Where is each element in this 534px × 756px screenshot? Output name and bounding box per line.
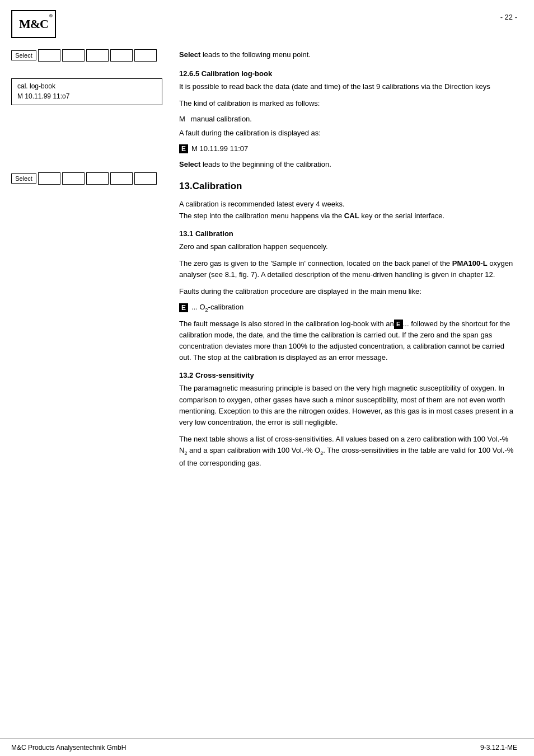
- select-bold-2: Select: [179, 160, 200, 168]
- fault-value: M 10.11.99 11:07: [191, 144, 248, 153]
- page-number: - 22 -: [500, 13, 517, 21]
- btn-empty-7: [62, 172, 85, 185]
- section-13-intro2-before: The step into the calibration menu happe…: [179, 212, 344, 220]
- footer-doc-number: 9-3.12.1-ME: [480, 744, 517, 752]
- fault-label: A fault during the calibration is displa…: [179, 128, 517, 139]
- manual-m: M: [179, 115, 185, 123]
- cal-bold: CAL: [344, 212, 359, 220]
- logo-text: M&C: [19, 17, 48, 31]
- fault-o2-after: -calibration: [208, 303, 244, 311]
- header: M&C ® - 22 -: [0, 0, 534, 44]
- section-13-1-text1: Zero and span calibration happen sequenc…: [179, 241, 517, 252]
- btn-empty-1: [38, 49, 60, 62]
- btn-empty-3: [86, 49, 109, 62]
- section-13-intro2-after: key or the serial interface.: [359, 212, 444, 220]
- text2-before: The zero gas is given to the 'Sample in'…: [179, 259, 452, 267]
- registered-mark: ®: [49, 13, 53, 18]
- logo: M&C ®: [11, 10, 56, 38]
- manual-desc: manual calibration.: [191, 115, 252, 123]
- section-13-1-text2: The zero gas is given to the 'Sample in'…: [179, 258, 517, 280]
- section-13-1-text3: Faults during the calibration procedure …: [179, 286, 517, 297]
- content-area: Select cal. log-book M 10.11.99 11:o7 Se…: [0, 44, 534, 508]
- footer: M&C Products Analysentechnik GmbH 9-3.12…: [0, 739, 534, 756]
- fault-o2-before: ... O: [191, 303, 205, 311]
- fault-display-o2: E ... O2-calibration: [179, 303, 517, 313]
- select-button-2[interactable]: Select: [11, 173, 36, 184]
- select-row-1: Select: [11, 49, 162, 62]
- section-13-2-title: 13.2 Cross-sensitivity: [179, 371, 517, 379]
- select-leads-paragraph: Select leads to the beginning of the cal…: [179, 159, 517, 170]
- btn-empty-5: [134, 49, 157, 62]
- section-13-1-title: 13.1 Calibration: [179, 229, 517, 238]
- section-13-1-text4: The fault message is also stored in the …: [179, 318, 517, 364]
- select-row-2: Select: [11, 172, 162, 185]
- select-bold-1: Select: [179, 50, 200, 59]
- fault-display-row: E M 10.11.99 11:07: [179, 144, 517, 153]
- btn-empty-10: [134, 172, 157, 185]
- kind-label: The kind of calibration is marked as fol…: [179, 98, 517, 109]
- btn-empty-2: [62, 49, 85, 62]
- footer-company: M&C Products Analysentechnik GmbH: [11, 744, 126, 752]
- logbook-title: cal. log-book: [17, 82, 156, 90]
- select-button-1[interactable]: Select: [11, 50, 36, 60]
- btn-empty-4: [110, 49, 133, 62]
- section-12-6-5-text1: It is possible to read back the data (da…: [179, 81, 517, 92]
- intro-paragraph: Select leads to the following menu point…: [179, 49, 517, 60]
- btn-empty-6: [38, 172, 60, 185]
- logbook-panel: cal. log-book M 10.11.99 11:o7: [11, 78, 162, 105]
- manual-label-row: M manual calibration.: [179, 115, 517, 123]
- btn-empty-8: [86, 172, 109, 185]
- fault-o2-text: ... O2-calibration: [191, 303, 243, 313]
- text2-n2-mid: and a span calibration with 100 Vol.-% O: [187, 446, 320, 454]
- error-badge-2: E: [179, 303, 188, 312]
- page-container: M&C ® - 22 - Select cal. log-book M 10.1…: [0, 0, 534, 756]
- error-badge-1: E: [179, 144, 188, 153]
- section-13-title: 13.Calibration: [179, 181, 517, 192]
- btn-empty-9: [110, 172, 133, 185]
- pma100l-bold: PMA100-L: [452, 259, 488, 267]
- section-13-intro1-text: A calibration is recommended latest ever…: [179, 200, 345, 208]
- left-column: Select cal. log-book M 10.11.99 11:o7 Se…: [11, 49, 174, 475]
- section-13-intro1: A calibration is recommended latest ever…: [179, 199, 517, 221]
- section-13-2-text2: The next table shows a list of cross-sen…: [179, 434, 517, 469]
- text4-before: The fault message is also stored in the …: [179, 320, 394, 328]
- right-column: Select leads to the following menu point…: [174, 49, 517, 475]
- logbook-entry: M 10.11.99 11:o7: [17, 92, 156, 100]
- intro-text: leads to the following menu point.: [200, 50, 311, 59]
- section-13-2-text1: The paramagnetic measuring principle is …: [179, 383, 517, 428]
- section-12-6-5-title: 12.6.5 Calibration log-book: [179, 69, 517, 78]
- error-badge-inline: E: [394, 320, 403, 329]
- select-leads-text: leads to the beginning of the calibratio…: [200, 160, 331, 168]
